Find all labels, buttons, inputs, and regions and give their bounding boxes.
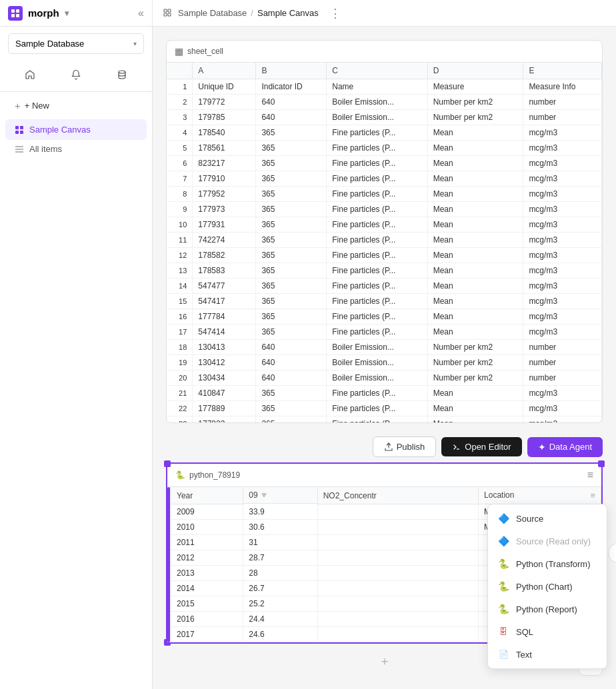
cell-e: Measure Info [523, 79, 602, 95]
cell-rownum: 15 [167, 294, 193, 309]
sql-icon: 🗄 [497, 626, 509, 638]
cell-e: mcg/m3 [523, 217, 602, 233]
cell-a: 178582 [193, 248, 256, 263]
source-readonly-icon: 🔷 [497, 535, 509, 547]
cell-b: 365 [256, 386, 327, 401]
database-icon-btn[interactable] [101, 63, 144, 86]
table-row: 14 547477 365 Fine particles (P... Mean … [167, 279, 602, 294]
menu-item-python-report[interactable]: 🐍 Python (Report) [488, 598, 607, 620]
table-row: 9 177973 365 Fine particles (P... Mean m… [167, 202, 602, 217]
cell-b: 365 [256, 202, 327, 217]
menu-label-sql: SQL [516, 627, 533, 637]
cell-b: 365 [256, 141, 327, 156]
cell-c: Fine particles (P... [327, 217, 427, 233]
cell-no2-concentr [318, 520, 479, 535]
agent-sparkle-icon: ✦ [538, 442, 546, 452]
cell-b: 365 [256, 217, 327, 233]
col-e: E [523, 63, 602, 79]
data-agent-button[interactable]: ✦ Data Agent [527, 437, 603, 457]
sidebar: morph ▾ « Sample Database ▾ [0, 0, 153, 689]
cell-year: 2015 [171, 596, 243, 612]
menu-item-python-chart[interactable]: 🐍 Python (Chart) [488, 575, 607, 598]
cell-a: 178583 [193, 263, 256, 279]
breadcrumb-db[interactable]: Sample Database [178, 8, 247, 18]
breadcrumb-canvas: Sample Canvas [257, 8, 319, 18]
table-row: 2 179772 640 Boiler Emission... Number p… [167, 95, 602, 110]
cell-rownum: 11 [167, 233, 193, 248]
new-button[interactable]: + + New [5, 95, 147, 117]
cell-c: Boiler Emission... [327, 370, 427, 386]
cell-a: 547417 [193, 294, 256, 309]
table-row: 4 178540 365 Fine particles (P... Mean m… [167, 125, 602, 141]
cell-d: Mean [427, 217, 523, 233]
cell-d: Mean [427, 202, 523, 217]
cell-rownum: 23 [167, 416, 193, 423]
play-button[interactable] [608, 543, 616, 563]
cell-d: Number per km2 [427, 370, 523, 386]
sheet-table-scroll[interactable]: A B C D E 1 Unique ID Indicator ID Name … [167, 63, 602, 422]
more-options-icon[interactable]: ⋮ [329, 6, 341, 21]
cell-d: Mean [427, 263, 523, 279]
chevron-down-icon: ▾ [133, 40, 137, 47]
menu-item-source[interactable]: 🔷 Source [488, 507, 607, 530]
database-selector[interactable]: Sample Database ▾ [8, 33, 144, 54]
sidebar-all-items[interactable]: All items [5, 140, 147, 158]
cell-a: Unique ID [193, 79, 256, 95]
block-toolbar: Publish Open Editor ✦ Data Agent [166, 436, 603, 457]
cell-no2-val: 30.6 [243, 520, 318, 535]
resize-handle-tl[interactable] [164, 460, 171, 467]
svg-rect-12 [164, 9, 167, 12]
resize-handle-tr[interactable] [598, 460, 605, 467]
cell-c: Fine particles (P... [327, 263, 427, 279]
cell-d: Mean [427, 233, 523, 248]
col-year: Year [171, 487, 243, 504]
cell-e: mcg/m3 [523, 386, 602, 401]
cell-no2-val: 25.2 [243, 596, 318, 612]
col-location: Location ≡ [479, 487, 601, 504]
canvas-area: ▦ sheet_cell A B C D E [153, 27, 616, 689]
cell-c: Boiler Emission... [327, 355, 427, 370]
publish-button[interactable]: Publish [373, 436, 437, 457]
cell-d: Number per km2 [427, 355, 523, 370]
menu-item-sql[interactable]: 🗄 SQL [488, 620, 607, 643]
cell-d: Mean [427, 171, 523, 187]
menu-icon[interactable]: ≡ [587, 469, 593, 481]
bell-icon-btn[interactable] [54, 63, 97, 86]
cell-rownum: 14 [167, 279, 193, 294]
cell-rownum: 20 [167, 370, 193, 386]
brand-chevron[interactable]: ▾ [65, 9, 69, 18]
cell-e: mcg/m3 [523, 125, 602, 141]
table-row: 20 130434 640 Boiler Emission... Number … [167, 370, 602, 386]
menu-item-text[interactable]: 📄 Text [488, 643, 607, 666]
cell-d: Mean [427, 416, 523, 423]
cell-e: number [523, 370, 602, 386]
cell-d: Number per km2 [427, 95, 523, 110]
cell-a: 823217 [193, 156, 256, 171]
cell-no2-val: 28.7 [243, 550, 318, 566]
cell-d: Number per km2 [427, 340, 523, 355]
cell-e: number [523, 355, 602, 370]
svg-rect-0 [11, 9, 15, 13]
menu-item-python-transform[interactable]: 🐍 Python (Transform) [488, 552, 607, 575]
col-menu-icon[interactable]: ≡ [590, 490, 595, 500]
home-icon-btn[interactable] [8, 63, 51, 86]
table-row: 15 547417 365 Fine particles (P... Mean … [167, 294, 602, 309]
cell-no2-concentr [318, 612, 479, 627]
cell-b: 640 [256, 370, 327, 386]
main-area: Sample Database / Sample Canvas ⋮ ▦ shee… [153, 0, 616, 689]
collapse-icon[interactable]: « [138, 7, 144, 19]
text-icon: 📄 [497, 648, 509, 660]
svg-rect-2 [11, 14, 15, 17]
open-editor-button[interactable]: Open Editor [441, 437, 521, 456]
cell-rownum: 6 [167, 156, 193, 171]
sidebar-item-canvas[interactable]: Sample Canvas [5, 119, 147, 140]
cell-no2-val: 31 [243, 535, 318, 550]
plus-icon: ＋ [379, 653, 391, 669]
col-a: A [193, 63, 256, 79]
col-d: D [427, 63, 523, 79]
cell-rownum: 19 [167, 355, 193, 370]
col-rownum [167, 63, 193, 79]
python-table-header: Year 09 NO2_Concentr [171, 487, 601, 504]
cell-e: number [523, 110, 602, 125]
cell-b: 365 [256, 171, 327, 187]
